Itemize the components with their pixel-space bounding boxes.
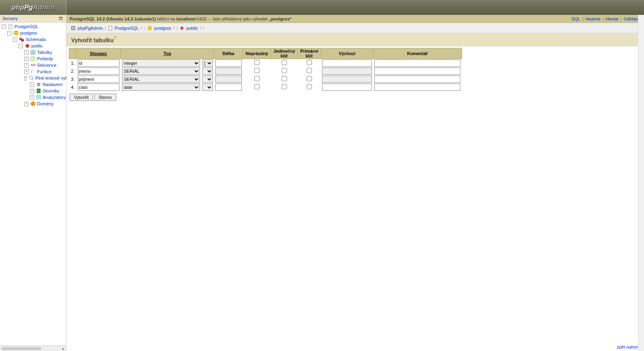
column-primary-checkbox[interactable] (307, 76, 312, 81)
tables-icon (30, 49, 36, 55)
scroll-right-icon[interactable]: ▸ (62, 347, 64, 351)
row-number: 4. (69, 83, 76, 91)
crumb-server[interactable]: PostgreSQL (115, 26, 139, 31)
header-type[interactable]: Typ (121, 48, 214, 59)
logo[interactable]: phpPgAdmin (0, 0, 66, 15)
column-unique-checkbox[interactable] (282, 84, 287, 89)
column-notnull-checkbox[interactable] (254, 76, 260, 81)
expand-icon[interactable]: + (24, 102, 29, 106)
find-link[interactable]: Hledat (605, 16, 619, 21)
column-default-input (322, 76, 372, 83)
table-row: 2.integerSERIALdatetextvarcharboolean[ ] (69, 67, 462, 75)
column-array-select[interactable]: [ ] (202, 60, 213, 67)
tree-node-sekvence[interactable]: + Sekvence (2, 62, 66, 68)
svg-point-29 (31, 102, 35, 106)
sidebar: Servery − PostgreSQL − postgres − (0, 15, 66, 351)
content: PostgreSQL 14.2 (Ubuntu 14.2-1ubuntu1) b… (66, 15, 644, 351)
column-comment-input[interactable] (374, 76, 460, 83)
expand-icon[interactable]: + (24, 63, 29, 68)
column-type-select[interactable]: integerSERIALdatetextvarcharboolean (122, 84, 200, 91)
tree-node-domeny[interactable]: + Domény (2, 101, 66, 107)
column-type-select[interactable]: integerSERIALdatetextvarcharboolean (122, 68, 200, 75)
topbar-links: SQL | Historie | Hledat | Odhlásit (571, 16, 641, 21)
help-icon[interactable]: ? (140, 26, 142, 30)
sql-link[interactable]: SQL (571, 16, 581, 21)
tree-node-fts[interactable]: − Plné textové vyhledávání (2, 75, 66, 81)
logo-part-2: Pg (24, 4, 33, 11)
history-link[interactable]: Historie (585, 16, 601, 21)
column-name-input[interactable] (78, 76, 120, 83)
column-array-select[interactable]: [ ] (202, 76, 213, 83)
sidebar-horizontal-scrollbar[interactable]: ▸ (0, 345, 66, 351)
column-length-input[interactable] (215, 60, 242, 67)
column-default-input[interactable] (322, 84, 372, 91)
crumb-schema[interactable]: public (186, 26, 198, 31)
create-button[interactable]: Vytvořit (70, 94, 93, 101)
column-unique-checkbox[interactable] (282, 60, 287, 65)
tree-node-funkce[interactable]: + f Funkce (2, 68, 66, 75)
tree-node-postgresql[interactable]: − PostgreSQL (2, 23, 66, 30)
expand-icon[interactable]: + (30, 89, 34, 93)
column-comment-input[interactable] (374, 84, 460, 91)
svg-marker-36 (180, 26, 184, 30)
column-notnull-checkbox[interactable] (254, 60, 260, 65)
tree-node-tabulky[interactable]: + Tabulky (2, 49, 66, 55)
servers-link[interactable]: Servery (2, 16, 18, 21)
collapse-icon[interactable]: − (2, 25, 6, 29)
logout-link[interactable]: Odhlásit (623, 16, 641, 21)
cancel-button[interactable]: Storno (94, 94, 116, 101)
tree-node-public[interactable]: − public (2, 43, 66, 49)
column-notnull-checkbox[interactable] (254, 84, 260, 89)
svg-point-24 (38, 84, 39, 85)
column-array-select[interactable]: [ ] (202, 68, 213, 75)
column-primary-checkbox[interactable] (307, 68, 312, 73)
column-array-select[interactable]: [ ] (202, 84, 213, 91)
column-length-input[interactable] (215, 84, 242, 91)
column-type-select[interactable]: integerSERIALdatetextvarcharboolean (122, 60, 200, 67)
column-unique-checkbox[interactable] (282, 76, 287, 81)
crumb-db[interactable]: postgres (154, 26, 171, 31)
svg-rect-31 (72, 27, 74, 29)
collapse-icon[interactable]: − (7, 31, 12, 35)
expand-icon[interactable]: + (24, 57, 29, 61)
help-icon[interactable]: ? (173, 26, 175, 30)
column-comment-input[interactable] (374, 60, 460, 67)
column-default-input (322, 68, 372, 75)
crumb-root[interactable]: phpPgAdmin (78, 26, 103, 31)
config-icon (36, 82, 41, 87)
column-name-input[interactable] (78, 68, 120, 75)
collapse-icon[interactable]: − (24, 76, 27, 80)
column-type-select[interactable]: integerSERIALdatetextvarcharboolean (122, 76, 200, 83)
tree-node-pohledy[interactable]: + Pohledy (2, 55, 66, 62)
collapse-icon[interactable]: − (13, 37, 17, 42)
svg-rect-1 (59, 19, 63, 20)
back-to-top[interactable]: zpět nahoru (617, 345, 640, 349)
header-column[interactable]: Sloupec (76, 48, 121, 59)
tree-node-postgres[interactable]: − postgres (2, 30, 66, 36)
create-table-form: Sloupec Typ Délka Neprázdný Jedinečný kl… (66, 46, 644, 105)
tree-node-schemata[interactable]: − Schémata (2, 36, 66, 43)
expand-icon[interactable]: + (30, 95, 34, 100)
expand-icon[interactable]: + (24, 70, 29, 74)
expand-icon[interactable]: + (24, 50, 29, 55)
header-default: Výchozí (321, 48, 373, 59)
collapse-icon[interactable]: − (19, 44, 23, 48)
scrollbar-thumb[interactable] (2, 347, 41, 350)
tree-node-nastaveni[interactable]: + Nastavení (2, 81, 66, 88)
tree-node-analyzatory[interactable]: + Analyzátory (2, 94, 66, 101)
column-name-input[interactable] (78, 84, 120, 91)
svg-rect-18 (33, 64, 34, 66)
column-primary-checkbox[interactable] (307, 84, 312, 89)
column-primary-checkbox[interactable] (307, 60, 312, 65)
table-row: 1.integerSERIALdatetextvarcharboolean[ ] (69, 59, 462, 67)
column-name-input[interactable] (78, 60, 120, 67)
column-default-input[interactable] (322, 60, 372, 67)
column-notnull-checkbox[interactable] (254, 68, 260, 73)
tree-node-slovniky[interactable]: + Slovníky (2, 88, 66, 94)
servers-icon (58, 16, 64, 21)
column-comment-input[interactable] (374, 68, 460, 75)
help-icon[interactable]: ? (114, 36, 116, 41)
expand-icon[interactable]: + (30, 82, 34, 87)
help-icon[interactable]: ? (200, 26, 202, 30)
column-unique-checkbox[interactable] (282, 68, 287, 73)
